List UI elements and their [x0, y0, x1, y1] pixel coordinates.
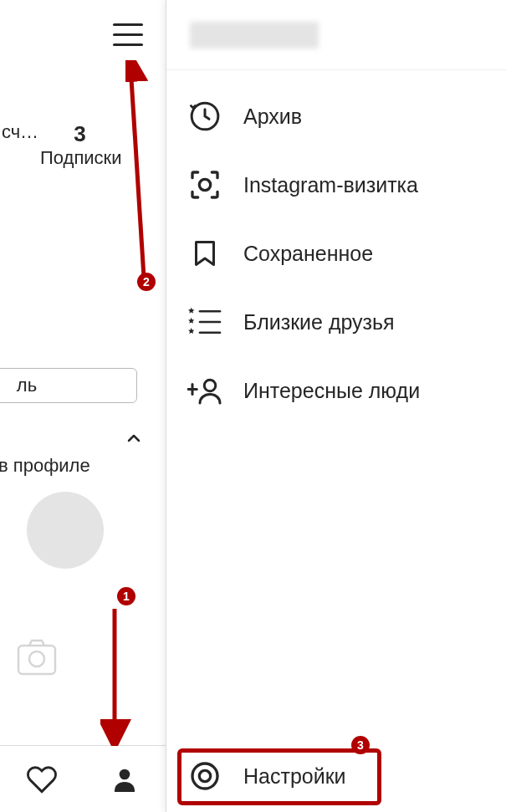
discover-people-icon: [187, 372, 223, 409]
svg-point-2: [119, 769, 130, 779]
menu-item-nametag[interactable]: Instagram-визитка: [166, 151, 506, 219]
chevron-up-icon[interactable]: [124, 428, 144, 452]
profile-panel: сч… 3 Подписки ль в профиле: [0, 0, 166, 812]
close-friends-icon: [187, 304, 223, 340]
side-drawer: Архив Instagram-визитка Сохраненное: [166, 0, 506, 812]
profile-stats: сч… 3 Подписки: [0, 121, 166, 169]
annotation-badge-3: 3: [351, 736, 370, 754]
svg-marker-6: [188, 318, 194, 324]
settings-button[interactable]: Настройки: [166, 740, 506, 812]
stat-count: 3: [40, 121, 120, 147]
stat-subscribers-cut[interactable]: сч…: [0, 121, 40, 169]
menu-item-archive[interactable]: Архив: [166, 82, 506, 151]
svg-point-4: [199, 179, 210, 190]
menu-label: Сохраненное: [243, 242, 373, 266]
edit-profile-button[interactable]: ль: [0, 368, 137, 403]
profile-hint-text: в профиле: [0, 455, 90, 477]
menu-item-discover-people[interactable]: Интересные люди: [166, 356, 506, 425]
annotation-badge-2: 2: [137, 273, 156, 291]
svg-point-15: [199, 770, 210, 781]
bottom-tab-bar: [0, 745, 166, 812]
edit-profile-label: ль: [17, 375, 37, 396]
tab-activity[interactable]: [25, 763, 59, 796]
svg-marker-5: [188, 308, 194, 314]
tab-profile[interactable]: [108, 763, 141, 796]
drawer-menu-list: Архив Instagram-визитка Сохраненное: [166, 70, 506, 425]
annotation-badge-1: 1: [117, 587, 135, 605]
stat-label: Подписки: [40, 147, 120, 169]
svg-marker-7: [188, 328, 194, 334]
menu-label: Instagram-визитка: [243, 173, 418, 197]
svg-point-1: [29, 651, 44, 666]
stat-label: сч…: [0, 121, 40, 143]
story-highlight-avatar[interactable]: [27, 492, 104, 569]
camera-placeholder-icon: [17, 637, 57, 677]
menu-label: Архив: [243, 105, 302, 129]
menu-label: Интересные люди: [243, 379, 420, 403]
menu-item-saved[interactable]: Сохраненное: [166, 219, 506, 288]
menu-item-close-friends[interactable]: Близкие друзья: [166, 288, 506, 356]
svg-point-11: [204, 380, 216, 391]
stat-following[interactable]: 3 Подписки: [40, 121, 120, 169]
nametag-icon: [187, 166, 223, 203]
drawer-header: [166, 0, 506, 70]
bookmark-icon: [187, 235, 223, 272]
menu-label: Близкие друзья: [243, 310, 395, 335]
username-blurred: [190, 22, 319, 49]
svg-rect-0: [18, 646, 55, 674]
settings-label: Настройки: [243, 764, 346, 789]
archive-icon: [187, 98, 223, 135]
hamburger-menu-button[interactable]: [113, 23, 143, 46]
settings-icon: [187, 758, 223, 794]
